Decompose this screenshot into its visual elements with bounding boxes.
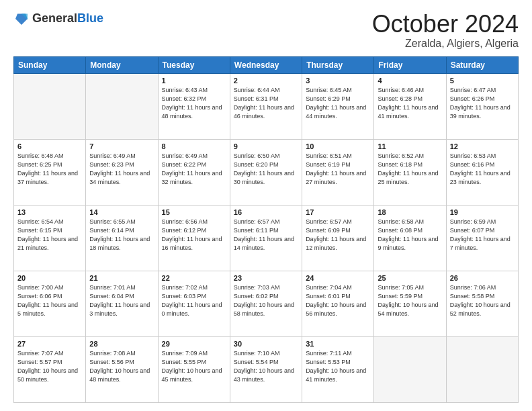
calendar-week-row: 6Sunrise: 6:48 AMSunset: 6:25 PMDaylight… — [14, 139, 519, 205]
day-number: 30 — [234, 340, 298, 348]
calendar-day-cell: 28Sunrise: 7:08 AMSunset: 5:56 PMDayligh… — [86, 336, 158, 402]
day-number: 26 — [450, 274, 515, 282]
logo-general: General — [32, 11, 77, 25]
day-number: 1 — [162, 77, 226, 85]
day-info: Sunrise: 6:51 AMSunset: 6:19 PMDaylight:… — [306, 152, 370, 187]
day-number: 25 — [378, 274, 442, 282]
header: GeneralBlue October 2024 Zeralda, Algier… — [13, 11, 519, 50]
day-info: Sunrise: 7:00 AMSunset: 6:06 PMDaylight:… — [17, 283, 82, 318]
weekday-header: Friday — [374, 56, 446, 73]
calendar-day-cell: 12Sunrise: 6:53 AMSunset: 6:16 PMDayligh… — [446, 139, 518, 205]
calendar-day-cell: 6Sunrise: 6:48 AMSunset: 6:25 PMDaylight… — [14, 139, 86, 205]
day-number: 10 — [306, 142, 370, 150]
logo-icon — [13, 11, 30, 27]
day-info: Sunrise: 6:47 AMSunset: 6:26 PMDaylight:… — [450, 86, 515, 121]
calendar-day-cell: 23Sunrise: 7:03 AMSunset: 6:02 PMDayligh… — [230, 271, 302, 336]
day-info: Sunrise: 7:11 AMSunset: 5:53 PMDaylight:… — [306, 349, 370, 384]
day-number: 9 — [234, 142, 298, 150]
day-info: Sunrise: 6:56 AMSunset: 6:12 PMDaylight:… — [162, 218, 226, 253]
day-info: Sunrise: 7:10 AMSunset: 5:54 PMDaylight:… — [234, 349, 298, 384]
day-number: 6 — [17, 142, 82, 150]
calendar-week-row: 13Sunrise: 6:54 AMSunset: 6:15 PMDayligh… — [14, 205, 519, 271]
logo-text: GeneralBlue — [32, 12, 103, 26]
calendar-day-cell: 15Sunrise: 6:56 AMSunset: 6:12 PMDayligh… — [158, 205, 230, 271]
month-title: October 2024 — [372, 11, 519, 38]
day-number: 21 — [89, 274, 154, 282]
weekday-header: Sunday — [14, 56, 86, 73]
calendar-day-cell — [14, 73, 86, 139]
day-number: 24 — [306, 274, 370, 282]
calendar-header-row: SundayMondayTuesdayWednesdayThursdayFrid… — [14, 56, 519, 73]
calendar-day-cell: 19Sunrise: 6:59 AMSunset: 6:07 PMDayligh… — [446, 205, 518, 271]
calendar-day-cell: 17Sunrise: 6:57 AMSunset: 6:09 PMDayligh… — [302, 205, 374, 271]
day-number: 23 — [234, 274, 298, 282]
calendar-day-cell: 20Sunrise: 7:00 AMSunset: 6:06 PMDayligh… — [14, 271, 86, 336]
calendar-table: SundayMondayTuesdayWednesdayThursdayFrid… — [13, 56, 519, 403]
calendar-week-row: 20Sunrise: 7:00 AMSunset: 6:06 PMDayligh… — [14, 271, 519, 336]
calendar-week-row: 27Sunrise: 7:07 AMSunset: 5:57 PMDayligh… — [14, 336, 519, 402]
calendar-day-cell: 27Sunrise: 7:07 AMSunset: 5:57 PMDayligh… — [14, 336, 86, 402]
day-info: Sunrise: 7:08 AMSunset: 5:56 PMDaylight:… — [89, 349, 154, 384]
day-number: 31 — [306, 340, 370, 348]
calendar-day-cell: 29Sunrise: 7:09 AMSunset: 5:55 PMDayligh… — [158, 336, 230, 402]
page: GeneralBlue October 2024 Zeralda, Algier… — [0, 0, 532, 411]
day-info: Sunrise: 6:53 AMSunset: 6:16 PMDaylight:… — [450, 152, 515, 187]
day-info: Sunrise: 6:49 AMSunset: 6:22 PMDaylight:… — [162, 152, 226, 187]
day-info: Sunrise: 7:01 AMSunset: 6:04 PMDaylight:… — [89, 283, 154, 318]
calendar-week-row: 1Sunrise: 6:43 AMSunset: 6:32 PMDaylight… — [14, 73, 519, 139]
day-info: Sunrise: 6:43 AMSunset: 6:32 PMDaylight:… — [162, 86, 226, 121]
calendar-day-cell: 2Sunrise: 6:44 AMSunset: 6:31 PMDaylight… — [230, 73, 302, 139]
weekday-header: Monday — [86, 56, 158, 73]
calendar-day-cell: 8Sunrise: 6:49 AMSunset: 6:22 PMDaylight… — [158, 139, 230, 205]
day-info: Sunrise: 6:44 AMSunset: 6:31 PMDaylight:… — [234, 86, 298, 121]
day-info: Sunrise: 7:03 AMSunset: 6:02 PMDaylight:… — [234, 283, 298, 318]
day-info: Sunrise: 7:05 AMSunset: 5:59 PMDaylight:… — [378, 283, 442, 318]
day-number: 27 — [17, 340, 82, 348]
day-number: 2 — [234, 77, 298, 85]
calendar-day-cell: 10Sunrise: 6:51 AMSunset: 6:19 PMDayligh… — [302, 139, 374, 205]
day-number: 7 — [89, 142, 154, 150]
day-number: 15 — [162, 208, 226, 216]
title-block: October 2024 Zeralda, Algiers, Algeria — [372, 11, 519, 50]
calendar-day-cell: 26Sunrise: 7:06 AMSunset: 5:58 PMDayligh… — [446, 271, 518, 336]
day-number: 13 — [17, 208, 82, 216]
day-info: Sunrise: 6:50 AMSunset: 6:20 PMDaylight:… — [234, 152, 298, 187]
day-info: Sunrise: 7:06 AMSunset: 5:58 PMDaylight:… — [450, 283, 515, 318]
day-info: Sunrise: 6:45 AMSunset: 6:29 PMDaylight:… — [306, 86, 370, 121]
day-number: 12 — [450, 142, 515, 150]
calendar-day-cell — [446, 336, 518, 402]
day-info: Sunrise: 6:55 AMSunset: 6:14 PMDaylight:… — [89, 218, 154, 253]
calendar-day-cell: 9Sunrise: 6:50 AMSunset: 6:20 PMDaylight… — [230, 139, 302, 205]
calendar-day-cell: 24Sunrise: 7:04 AMSunset: 6:01 PMDayligh… — [302, 271, 374, 336]
calendar-day-cell — [86, 73, 158, 139]
day-number: 3 — [306, 77, 370, 85]
weekday-header: Wednesday — [230, 56, 302, 73]
calendar-day-cell: 31Sunrise: 7:11 AMSunset: 5:53 PMDayligh… — [302, 336, 374, 402]
day-info: Sunrise: 6:57 AMSunset: 6:11 PMDaylight:… — [234, 218, 298, 253]
logo-blue: Blue — [77, 11, 103, 25]
day-info: Sunrise: 7:07 AMSunset: 5:57 PMDaylight:… — [17, 349, 82, 384]
day-info: Sunrise: 7:04 AMSunset: 6:01 PMDaylight:… — [306, 283, 370, 318]
day-number: 5 — [450, 77, 515, 85]
calendar-day-cell: 13Sunrise: 6:54 AMSunset: 6:15 PMDayligh… — [14, 205, 86, 271]
calendar-day-cell: 21Sunrise: 7:01 AMSunset: 6:04 PMDayligh… — [86, 271, 158, 336]
day-info: Sunrise: 6:59 AMSunset: 6:07 PMDaylight:… — [450, 218, 515, 253]
day-number: 11 — [378, 142, 442, 150]
day-info: Sunrise: 6:58 AMSunset: 6:08 PMDaylight:… — [378, 218, 442, 253]
location: Zeralda, Algiers, Algeria — [372, 38, 519, 50]
calendar-day-cell: 22Sunrise: 7:02 AMSunset: 6:03 PMDayligh… — [158, 271, 230, 336]
day-number: 16 — [234, 208, 298, 216]
day-number: 20 — [17, 274, 82, 282]
day-info: Sunrise: 6:54 AMSunset: 6:15 PMDaylight:… — [17, 218, 82, 253]
calendar-day-cell: 18Sunrise: 6:58 AMSunset: 6:08 PMDayligh… — [374, 205, 446, 271]
weekday-header: Thursday — [302, 56, 374, 73]
calendar-day-cell: 30Sunrise: 7:10 AMSunset: 5:54 PMDayligh… — [230, 336, 302, 402]
day-info: Sunrise: 7:02 AMSunset: 6:03 PMDaylight:… — [162, 283, 226, 318]
calendar-day-cell: 16Sunrise: 6:57 AMSunset: 6:11 PMDayligh… — [230, 205, 302, 271]
logo: GeneralBlue — [13, 11, 103, 27]
day-info: Sunrise: 6:48 AMSunset: 6:25 PMDaylight:… — [17, 152, 82, 187]
day-info: Sunrise: 7:09 AMSunset: 5:55 PMDaylight:… — [162, 349, 226, 384]
calendar-day-cell: 1Sunrise: 6:43 AMSunset: 6:32 PMDaylight… — [158, 73, 230, 139]
day-number: 4 — [378, 77, 442, 85]
calendar-day-cell: 5Sunrise: 6:47 AMSunset: 6:26 PMDaylight… — [446, 73, 518, 139]
